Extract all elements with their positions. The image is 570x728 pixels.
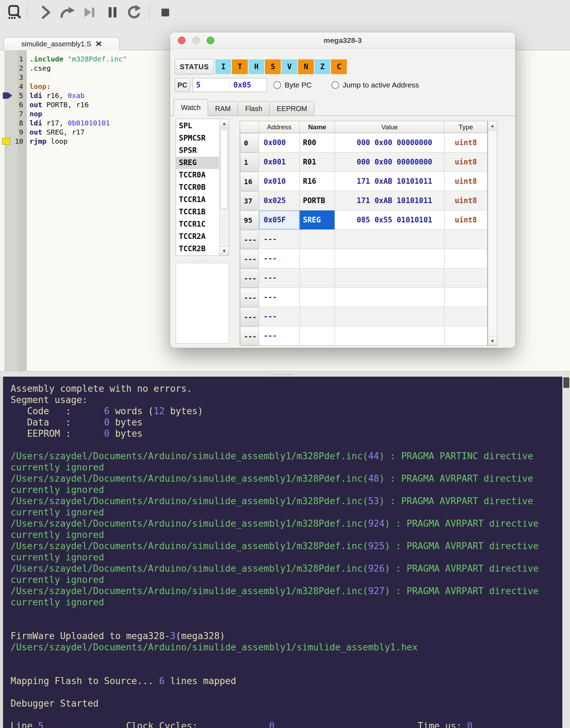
address-cell[interactable]: --- [259, 288, 300, 307]
scroll-up-icon[interactable]: ▲ [488, 121, 497, 130]
type-cell[interactable]: uint8 [445, 210, 487, 230]
debug-button[interactable] [6, 3, 24, 21]
tab-watch[interactable]: Watch [174, 99, 208, 116]
tab-flash[interactable]: Flash [238, 101, 270, 116]
address-cell[interactable]: --- [259, 307, 300, 326]
address-header[interactable]: Address [259, 121, 300, 133]
name-cell[interactable] [300, 307, 335, 326]
window-titlebar[interactable]: mega328-3 [170, 32, 515, 48]
row-header[interactable]: --- [240, 249, 259, 268]
type-cell[interactable] [445, 288, 487, 307]
panel-splitter[interactable]: ······· [0, 371, 570, 377]
row-header[interactable]: 37 [240, 191, 259, 210]
table-row[interactable]: --- --- [240, 230, 487, 249]
table-row[interactable]: 37 0x025 PORTB 171 0xAB 10101011 uint8 [240, 191, 487, 210]
name-cell-selected[interactable]: SREG [300, 210, 335, 230]
step-button[interactable] [37, 3, 55, 21]
name-cell[interactable] [300, 249, 335, 268]
register-item[interactable]: TCNT0 [176, 255, 219, 256]
register-item[interactable]: TCCR0B [176, 181, 219, 194]
address-cell[interactable]: --- [259, 326, 300, 346]
row-header[interactable]: 1 [240, 152, 259, 172]
type-cell[interactable] [445, 249, 487, 268]
minimize-window-button[interactable] [192, 37, 200, 44]
row-header[interactable]: --- [240, 307, 259, 326]
type-cell[interactable]: uint8 [445, 152, 487, 172]
status-flag[interactable]: Z [315, 59, 330, 74]
status-button[interactable]: STATUS [175, 59, 214, 74]
value-cell[interactable] [335, 268, 445, 288]
status-flag[interactable]: H [248, 59, 264, 74]
scroll-up-icon[interactable]: ▲ [220, 119, 229, 128]
table-row[interactable]: --- --- [240, 307, 487, 326]
type-cell[interactable]: uint8 [445, 191, 487, 210]
pc-value-field[interactable]: 5 0x05 [193, 78, 267, 92]
type-cell[interactable] [445, 326, 487, 346]
close-window-button[interactable] [178, 37, 186, 44]
table-row[interactable]: 16 0x010 R16 171 0xAB 10101011 uint8 [240, 172, 487, 191]
name-header[interactable]: Name [300, 121, 335, 133]
pc-decimal-value[interactable]: 5 [193, 78, 230, 92]
pc-button[interactable]: PC [175, 78, 190, 92]
watch-add-box[interactable] [176, 263, 229, 344]
row-header[interactable]: --- [240, 326, 259, 346]
zoom-window-button[interactable] [207, 37, 214, 44]
table-row-selected[interactable]: 95 0x05F SREG 085 0x55 01010101 uint8 [240, 210, 487, 230]
row-header[interactable]: --- [240, 268, 259, 288]
address-cell[interactable]: 0x001 [259, 152, 300, 172]
value-cell[interactable]: 171 0xAB 10101011 [335, 172, 445, 191]
scroll-down-icon[interactable]: ▼ [488, 336, 497, 345]
byte-pc-radio[interactable] [273, 81, 281, 89]
register-item[interactable]: SPSR [176, 144, 219, 157]
name-cell[interactable]: R01 [300, 152, 335, 172]
register-item[interactable]: SPL [176, 120, 219, 132]
editor-tab[interactable]: simulide_assembly1.S ✕ [4, 37, 119, 50]
table-row[interactable]: 1 0x001 R01 000 0x00 00000000 uint8 [240, 152, 487, 172]
value-cell[interactable] [335, 288, 445, 307]
register-item[interactable]: TCCR1C [176, 218, 219, 230]
table-row[interactable]: --- --- [240, 326, 487, 346]
register-list[interactable]: SPL SPMCSR SPSR SREG TCCR0A TCCR0B TCCR1… [176, 119, 229, 256]
value-cell[interactable]: 085 0x55 01010101 [335, 210, 445, 230]
name-cell[interactable]: R16 [300, 172, 335, 191]
value-cell[interactable] [335, 230, 445, 249]
console-scrollbar[interactable] [562, 377, 570, 728]
value-header[interactable]: Value [335, 121, 445, 133]
status-flag[interactable]: I [215, 59, 231, 74]
address-cell[interactable]: --- [259, 268, 300, 288]
value-cell[interactable]: 171 0xAB 10101011 [335, 191, 445, 210]
address-cell[interactable]: 0x010 [259, 172, 300, 191]
status-flag[interactable]: S [265, 59, 281, 74]
value-cell[interactable] [335, 326, 445, 346]
type-cell[interactable]: uint8 [445, 172, 487, 191]
address-cell[interactable]: 0x025 [259, 191, 300, 210]
address-cell-selected[interactable]: 0x05F [259, 210, 300, 230]
scrollbar-thumb[interactable] [220, 130, 228, 209]
type-cell[interactable] [445, 307, 487, 326]
run-to-end-button[interactable] [80, 3, 98, 21]
name-cell[interactable] [300, 288, 335, 307]
type-cell[interactable]: uint8 [445, 133, 487, 152]
register-item[interactable]: TCCR2A [176, 230, 219, 243]
step-over-button[interactable] [58, 3, 77, 21]
table-scrollbar[interactable]: ▲ ▼ [488, 121, 497, 346]
value-cell[interactable] [335, 249, 445, 268]
type-cell[interactable] [445, 230, 487, 249]
status-flag[interactable]: T [232, 59, 248, 74]
status-flag[interactable]: V [281, 59, 297, 74]
row-header[interactable]: 0 [240, 133, 259, 152]
tab-eeprom[interactable]: EEPROM [270, 101, 315, 116]
pause-button[interactable] [103, 3, 122, 21]
reset-button[interactable] [125, 3, 143, 21]
register-item-selected[interactable]: SREG [176, 157, 219, 169]
row-header[interactable]: 16 [240, 172, 259, 191]
table-row[interactable]: 0 0x000 R00 000 0x00 00000000 uint8 [240, 133, 487, 152]
status-flag[interactable]: N [298, 59, 314, 74]
row-header[interactable]: --- [240, 288, 259, 307]
name-cell[interactable] [300, 326, 335, 346]
address-cell[interactable]: --- [259, 230, 300, 249]
table-row[interactable]: --- --- [240, 249, 487, 268]
address-cell[interactable]: --- [259, 249, 300, 268]
pc-hex-value[interactable]: 0x05 [230, 78, 267, 92]
register-item[interactable]: SPMCSR [176, 132, 219, 144]
